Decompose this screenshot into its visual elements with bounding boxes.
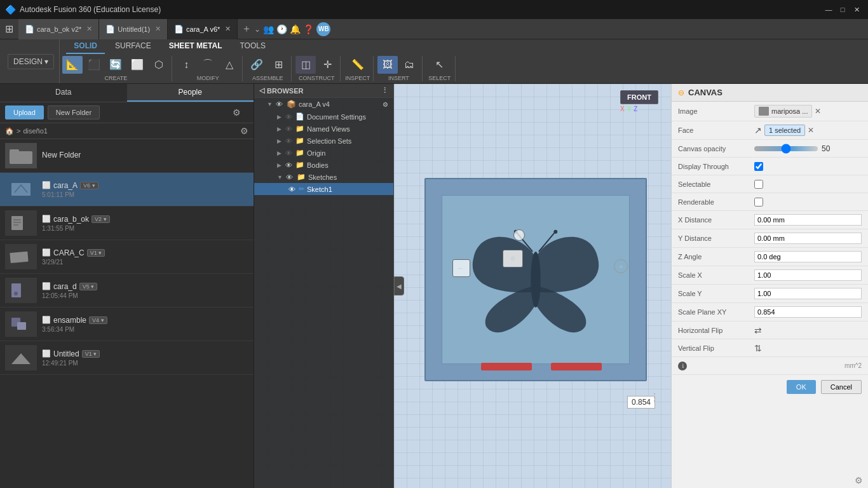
list-item[interactable]: ⬜ cara_d V5 ▾ 12:05:44 PM bbox=[0, 274, 254, 308]
file-name: New Folder bbox=[42, 151, 248, 159]
opacity-slider[interactable] bbox=[754, 146, 818, 151]
vertical-flip-button[interactable]: ⇅ bbox=[754, 343, 762, 353]
display-through-checkbox[interactable] bbox=[754, 162, 763, 171]
settings-icon[interactable]: ⚙ bbox=[383, 101, 388, 108]
panel-tab-people[interactable]: People bbox=[127, 84, 254, 102]
list-item[interactable]: ⬜ CARA_C V1 ▾ 3/29/21 bbox=[0, 240, 254, 274]
construct-plane-tool[interactable]: ◫ bbox=[295, 56, 316, 74]
insert-canvas-tool[interactable]: 🖼 bbox=[377, 56, 398, 74]
scale-plane-xy-input[interactable] bbox=[754, 306, 862, 318]
visibility-icon[interactable]: 👁 bbox=[284, 113, 293, 121]
new-folder-button[interactable]: New Folder bbox=[48, 105, 100, 119]
breadcrumb-settings[interactable]: ⚙ bbox=[240, 126, 248, 136]
tab-cara-b-ok-close[interactable]: ✕ bbox=[86, 25, 92, 33]
tab-untitled1[interactable]: 📄 Untitled(1) ✕ bbox=[99, 19, 168, 39]
file-name: ⬜ cara_d V5 ▾ bbox=[42, 282, 248, 291]
ok-button[interactable]: OK bbox=[787, 380, 816, 394]
modify-press-pull-tool[interactable]: ↕ bbox=[176, 56, 196, 74]
transform-handle-up[interactable]: ↑ bbox=[518, 229, 528, 274]
browser-sketch1[interactable]: 👁 ✏ Sketch1 bbox=[254, 183, 393, 195]
app-logo: 🔷 bbox=[5, 4, 16, 15]
scale-y-input[interactable] bbox=[754, 288, 862, 299]
visibility-icon[interactable]: 👁 bbox=[284, 149, 293, 157]
settings-button[interactable]: ⚙ bbox=[225, 105, 248, 120]
visibility-icon[interactable]: 👁 bbox=[285, 173, 294, 181]
minimize-button[interactable]: — bbox=[822, 3, 835, 16]
list-item[interactable]: New Folder bbox=[0, 139, 254, 173]
create-form-tool[interactable]: ⬡ bbox=[149, 56, 169, 74]
modify-chamfer-tool[interactable]: △ bbox=[219, 56, 240, 74]
list-item[interactable]: ⬜ cara_b_ok V2 ▾ 1:31:55 PM bbox=[0, 207, 254, 240]
browser-menu-icon[interactable]: ⋮ bbox=[381, 86, 388, 95]
tab-cara-b-ok[interactable]: 📄 cara_b_ok v2* ✕ bbox=[18, 19, 99, 39]
toolbar-tab-sheet-metal[interactable]: SHEET METAL bbox=[161, 39, 230, 54]
x-distance-input[interactable] bbox=[754, 214, 862, 226]
construct-axis-tool[interactable]: ✛ bbox=[317, 56, 337, 74]
browser-panel-toggle[interactable]: ◀ bbox=[394, 276, 404, 295]
select-tool[interactable]: ↖ bbox=[430, 56, 450, 74]
tab-clock-icon[interactable]: 🕐 bbox=[276, 24, 287, 34]
face-clear-button[interactable]: ✕ bbox=[808, 126, 814, 135]
visibility-icon[interactable]: 👁 bbox=[284, 161, 293, 169]
canvas-minimize-icon[interactable]: ⊖ bbox=[678, 88, 684, 97]
user-avatar[interactable]: WB bbox=[316, 22, 330, 36]
toolbar-tab-solid[interactable]: SOLID bbox=[66, 39, 105, 54]
list-item[interactable]: ⬜ ensamble V4 ▾ 3:56:34 PM bbox=[0, 308, 254, 341]
viewport[interactable]: ◁ BROWSER ⋮ ▼ 👁 📦 cara_A v4 ⚙ ▶ 👁 bbox=[254, 84, 868, 488]
toolbar-tab-surface[interactable]: SURFACE bbox=[107, 39, 159, 54]
maximize-button[interactable]: □ bbox=[836, 3, 849, 16]
browser-model-root[interactable]: ▼ 👁 📦 cara_A v4 ⚙ bbox=[254, 98, 393, 111]
list-item[interactable]: ⬜ Untitled V1 ▾ 12:49:21 PM bbox=[0, 341, 254, 375]
assemble-more-tool[interactable]: ⊞ bbox=[268, 56, 288, 74]
modify-fillet-tool[interactable]: ⌒ bbox=[198, 56, 218, 74]
create-revolve-tool[interactable]: 🔄 bbox=[105, 56, 126, 74]
renderable-checkbox[interactable] bbox=[754, 198, 763, 207]
close-button[interactable]: ✕ bbox=[850, 3, 863, 16]
visibility-icon[interactable]: 👁 bbox=[275, 100, 284, 108]
browser-origin[interactable]: ▶ 👁 📁 Origin bbox=[254, 147, 393, 159]
visibility-icon[interactable]: 👁 bbox=[287, 186, 296, 193]
home-icon[interactable]: 🏠 bbox=[5, 127, 14, 135]
panel-tab-data[interactable]: Data bbox=[0, 84, 127, 102]
scale-x-input[interactable] bbox=[754, 269, 862, 281]
browser-selection-sets[interactable]: ▶ 👁 📁 Selection Sets bbox=[254, 135, 393, 147]
list-item[interactable]: ⬜ cara_A V6 ▾ 5:01:11 PM bbox=[0, 173, 254, 207]
tab-dropdown-button[interactable]: ⌄ bbox=[254, 25, 261, 34]
inspect-measure-tool[interactable]: 📏 bbox=[348, 56, 368, 74]
y-distance-input[interactable] bbox=[754, 233, 862, 244]
grid-icon[interactable]: ⊞ bbox=[0, 23, 18, 35]
create-sketch-tool[interactable]: 📐 bbox=[62, 56, 83, 74]
tab-cara-av6-close[interactable]: ✕ bbox=[225, 25, 231, 33]
browser-named-views[interactable]: ▶ 👁 📁 Named Views bbox=[254, 123, 393, 135]
image-clear-button[interactable]: ✕ bbox=[815, 107, 821, 116]
cancel-button[interactable]: Cancel bbox=[821, 380, 862, 394]
z-angle-input[interactable] bbox=[754, 251, 862, 262]
collapse-icon[interactable]: ◁ bbox=[259, 86, 264, 95]
info-icon[interactable]: ℹ bbox=[678, 362, 687, 370]
visibility-icon[interactable]: 👁 bbox=[284, 125, 293, 133]
browser-sketches[interactable]: ▼ 👁 📁 Sketches bbox=[254, 171, 393, 183]
horizontal-flip-button[interactable]: ⇄ bbox=[754, 325, 762, 336]
browser-document-settings[interactable]: ▶ 👁 📄 Document Settings bbox=[254, 111, 393, 123]
canvas-settings-icon[interactable]: ⚙ bbox=[855, 475, 863, 485]
visibility-icon[interactable]: 👁 bbox=[284, 137, 293, 145]
browser-bodies[interactable]: ▶ 👁 📁 Bodies bbox=[254, 159, 393, 171]
tab-collab-icon[interactable]: 👥 bbox=[263, 24, 274, 34]
model-surface: ← ⊕ ○ ○ ↑ bbox=[424, 178, 647, 381]
tab-untitled1-close[interactable]: ✕ bbox=[155, 25, 161, 33]
insert-svg-tool[interactable]: 🗂 bbox=[399, 56, 419, 74]
transform-handle-left[interactable]: ← bbox=[452, 259, 470, 277]
tab-help-icon[interactable]: ❓ bbox=[303, 24, 314, 34]
design-mode-dropdown[interactable]: DESIGN ▾ bbox=[8, 54, 54, 69]
create-more-tool[interactable]: ⬜ bbox=[127, 56, 147, 74]
create-extrude-tool[interactable]: ⬛ bbox=[84, 56, 104, 74]
tab-bell-icon[interactable]: 🔔 bbox=[290, 24, 301, 34]
selectable-checkbox[interactable] bbox=[754, 180, 763, 189]
breadcrumb-project[interactable]: diseño1 bbox=[23, 127, 48, 135]
toolbar-tab-tools[interactable]: TOOLS bbox=[232, 39, 273, 54]
tab-cara-av6[interactable]: 📄 cara_A v6* ✕ bbox=[168, 19, 238, 39]
viewport-menu-icon[interactable]: ⋮ bbox=[649, 391, 660, 403]
upload-button[interactable]: Upload bbox=[5, 105, 44, 119]
tab-add-button[interactable]: ＋ bbox=[241, 22, 252, 36]
assemble-joint-tool[interactable]: 🔗 bbox=[247, 56, 267, 74]
